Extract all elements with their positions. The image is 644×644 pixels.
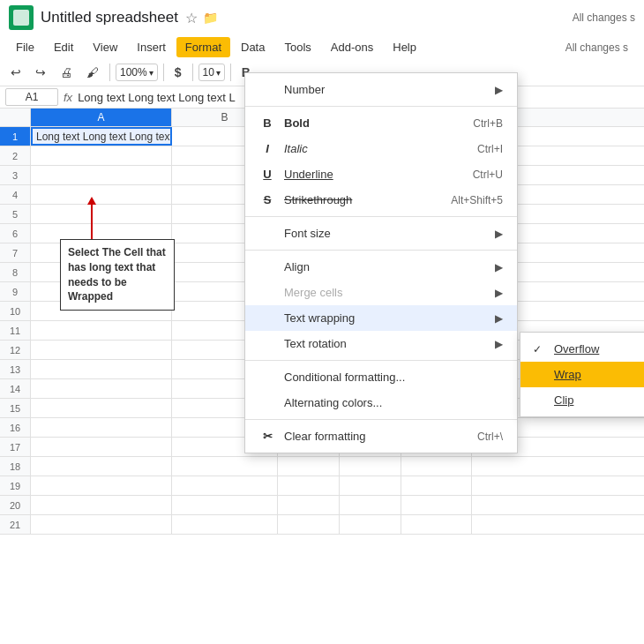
- cell-reference[interactable]: A1: [5, 88, 58, 106]
- italic-icon: I: [259, 142, 275, 155]
- menu-file[interactable]: File: [7, 37, 43, 57]
- cell-c21[interactable]: [278, 515, 340, 534]
- clip-label: Clip: [554, 393, 573, 407]
- cell-b20[interactable]: [172, 496, 278, 514]
- cell-a14[interactable]: [31, 379, 172, 398]
- cell-d21[interactable]: [340, 515, 401, 534]
- cell-e19[interactable]: [401, 476, 472, 495]
- cell-b18[interactable]: [172, 457, 278, 476]
- autosave-status: All changes s: [557, 38, 637, 57]
- row-num-21: 21: [0, 515, 31, 534]
- cell-a11[interactable]: [31, 321, 172, 340]
- row-num-18: 18: [0, 457, 31, 476]
- cell-a1[interactable]: Long text Long text Long text Lo: [31, 127, 172, 146]
- cell-b19[interactable]: [172, 476, 278, 495]
- cell-b21[interactable]: [172, 515, 278, 534]
- menu-data[interactable]: Data: [232, 37, 273, 57]
- font-size-arrow-icon: ▾: [216, 68, 221, 78]
- cell-d20[interactable]: [340, 496, 401, 514]
- row-num-19: 19: [0, 476, 31, 495]
- menu-item-strikethrough[interactable]: S Strikethrough Alt+Shift+5: [245, 187, 517, 213]
- cell-a2[interactable]: [31, 146, 172, 165]
- menu-item-textrotation[interactable]: Text rotation ▶: [245, 331, 517, 356]
- menu-addons[interactable]: Add-ons: [322, 37, 382, 57]
- row-num-16: 16: [0, 418, 31, 437]
- cell-a3[interactable]: [31, 166, 172, 184]
- cell-a21[interactable]: [31, 515, 172, 534]
- cell-a18[interactable]: [31, 457, 172, 476]
- italic-shortcut: Ctrl+I: [477, 143, 503, 155]
- zoom-arrow-icon: ▾: [149, 68, 154, 78]
- cell-c19[interactable]: [278, 476, 340, 495]
- zoom-select[interactable]: 100% ▾: [116, 64, 158, 81]
- paintformat-button[interactable]: 🖌: [81, 63, 104, 82]
- submenu-item-overflow[interactable]: ✓ Overflow: [520, 336, 644, 362]
- cell-c18[interactable]: [278, 457, 340, 476]
- font-size-select[interactable]: 10 ▾: [198, 64, 225, 81]
- menu-item-alternatingcolors[interactable]: Alternating colors...: [245, 390, 517, 416]
- cell-a12[interactable]: [31, 341, 172, 359]
- cell-a16[interactable]: [31, 418, 172, 437]
- submenu-item-wrap[interactable]: Wrap: [520, 362, 644, 387]
- sep-5: [245, 419, 517, 420]
- tooltip-box: Select The Cell that has long text that …: [60, 239, 175, 311]
- format-dropdown: Number ▶ B Bold Ctrl+B I Italic Ctrl+I U…: [244, 72, 518, 453]
- menu-format[interactable]: Format: [176, 37, 230, 57]
- menu-view[interactable]: View: [84, 37, 126, 57]
- menu-item-fontsize[interactable]: Font size ▶: [245, 221, 517, 246]
- star-icon[interactable]: ☆: [185, 10, 198, 26]
- overflow-check-icon: ✓: [533, 343, 547, 356]
- submenu-item-clip[interactable]: Clip: [520, 387, 644, 413]
- col-header-a[interactable]: A: [31, 109, 172, 126]
- menu-item-align[interactable]: Align ▶: [245, 254, 517, 280]
- folder-icon[interactable]: 📁: [203, 11, 218, 25]
- menu-item-number[interactable]: Number ▶: [245, 77, 517, 102]
- cell-e21[interactable]: [401, 515, 472, 534]
- align-arrow-icon: ▶: [495, 261, 503, 273]
- row-num-3: 3: [0, 166, 31, 184]
- menu-item-italic[interactable]: I Italic Ctrl+I: [245, 136, 517, 161]
- altcolors-label: Alternating colors...: [284, 396, 382, 409]
- condformat-label: Conditional formatting...: [284, 371, 405, 384]
- toolbar-sep-2: [163, 64, 164, 81]
- row-num-1: 1: [0, 127, 31, 146]
- cell-e18[interactable]: [401, 457, 472, 476]
- menu-item-textwrapping[interactable]: Text wrapping ▶: [245, 305, 517, 331]
- cell-d18[interactable]: [340, 457, 401, 476]
- cell-a20[interactable]: [31, 496, 172, 514]
- cell-d19[interactable]: [340, 476, 401, 495]
- cell-a4[interactable]: [31, 185, 172, 204]
- cell-c20[interactable]: [278, 496, 340, 514]
- menu-item-bold[interactable]: B Bold Ctrl+B: [245, 110, 517, 136]
- print-button[interactable]: 🖨: [55, 63, 78, 82]
- row-num-17: 17: [0, 438, 31, 456]
- cell-a15[interactable]: [31, 399, 172, 417]
- redo-button[interactable]: ↪: [30, 63, 51, 82]
- number-arrow-icon: ▶: [495, 84, 503, 96]
- cell-a19[interactable]: [31, 476, 172, 495]
- cell-a13[interactable]: [31, 360, 172, 378]
- menu-item-underline[interactable]: U Underline Ctrl+U: [245, 161, 517, 187]
- menu-bar: File Edit View Insert Format Data Tools …: [0, 35, 644, 59]
- menu-item-clearformatting[interactable]: ✂ Clear formatting Ctrl+\: [245, 423, 517, 449]
- menu-edit[interactable]: Edit: [45, 37, 82, 57]
- menu-help[interactable]: Help: [384, 37, 425, 57]
- cell-e20[interactable]: [401, 496, 472, 514]
- title-icons: ☆ 📁: [185, 10, 218, 26]
- sep-2: [245, 216, 517, 217]
- menu-insert[interactable]: Insert: [128, 37, 175, 57]
- grid-row-18: 18: [0, 457, 644, 476]
- menu-tools[interactable]: Tools: [275, 37, 319, 57]
- underline-shortcut: Ctrl+U: [473, 168, 503, 181]
- cell-a17[interactable]: [31, 438, 172, 456]
- currency-button[interactable]: $: [169, 63, 187, 82]
- undo-button[interactable]: ↩: [5, 63, 26, 82]
- row-num-5: 5: [0, 205, 31, 223]
- menu-item-conditionalformatting[interactable]: Conditional formatting...: [245, 364, 517, 390]
- zoom-value: 100%: [120, 66, 147, 79]
- app-icon-inner: [13, 10, 29, 26]
- row-num-6: 6: [0, 224, 31, 243]
- menu-item-mergecells[interactable]: Merge cells ▶: [245, 280, 517, 305]
- cell-a5[interactable]: [31, 205, 172, 223]
- fx-icon: fx: [64, 91, 72, 104]
